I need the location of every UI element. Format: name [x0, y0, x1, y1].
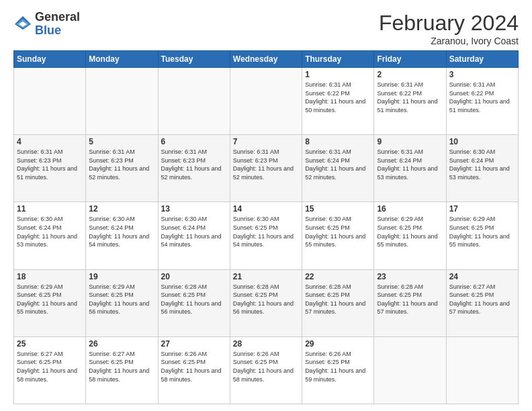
day-info: Sunrise: 6:28 AM Sunset: 6:25 PM Dayligh… — [305, 283, 371, 316]
calendar-cell: 28Sunrise: 6:26 AM Sunset: 6:25 PM Dayli… — [230, 336, 302, 404]
day-number: 23 — [377, 272, 443, 281]
day-info: Sunrise: 6:30 AM Sunset: 6:24 PM Dayligh… — [89, 215, 154, 248]
day-number: 10 — [449, 137, 515, 146]
day-info: Sunrise: 6:28 AM Sunset: 6:25 PM Dayligh… — [233, 283, 299, 316]
calendar-day-header: Saturday — [446, 51, 518, 68]
calendar-cell: 3Sunrise: 6:31 AM Sunset: 6:22 PM Daylig… — [446, 68, 518, 135]
day-info: Sunrise: 6:26 AM Sunset: 6:25 PM Dayligh… — [161, 350, 227, 383]
calendar-cell: 20Sunrise: 6:28 AM Sunset: 6:25 PM Dayli… — [158, 269, 230, 336]
logo: General Blue — [13, 11, 80, 38]
day-info: Sunrise: 6:30 AM Sunset: 6:24 PM Dayligh… — [449, 148, 515, 181]
calendar-cell: 1Sunrise: 6:31 AM Sunset: 6:22 PM Daylig… — [302, 68, 374, 135]
day-number: 21 — [233, 272, 299, 281]
title-block: February 2024 Zaranou, Ivory Coast — [379, 11, 519, 46]
calendar-cell: 26Sunrise: 6:27 AM Sunset: 6:25 PM Dayli… — [86, 336, 158, 404]
day-number: 9 — [377, 137, 443, 146]
day-number: 29 — [305, 339, 371, 349]
day-info: Sunrise: 6:29 AM Sunset: 6:25 PM Dayligh… — [17, 283, 83, 316]
day-info: Sunrise: 6:30 AM Sunset: 6:24 PM Dayligh… — [161, 215, 227, 248]
calendar-day-header: Sunday — [14, 51, 86, 68]
calendar-cell: 13Sunrise: 6:30 AM Sunset: 6:24 PM Dayli… — [158, 202, 230, 269]
day-number: 2 — [377, 70, 443, 79]
day-info: Sunrise: 6:27 AM Sunset: 6:25 PM Dayligh… — [89, 350, 154, 383]
calendar-cell — [374, 336, 446, 404]
logo-icon — [13, 15, 32, 34]
day-info: Sunrise: 6:31 AM Sunset: 6:24 PM Dayligh… — [305, 148, 371, 181]
day-number: 13 — [161, 204, 227, 214]
day-info: Sunrise: 6:31 AM Sunset: 6:23 PM Dayligh… — [89, 148, 154, 181]
calendar-cell: 4Sunrise: 6:31 AM Sunset: 6:23 PM Daylig… — [14, 135, 86, 202]
header: General Blue February 2024 Zaranou, Ivor… — [13, 11, 519, 46]
calendar-cell — [446, 336, 518, 404]
day-info: Sunrise: 6:31 AM Sunset: 6:23 PM Dayligh… — [233, 148, 299, 181]
calendar-cell: 23Sunrise: 6:28 AM Sunset: 6:25 PM Dayli… — [374, 269, 446, 336]
calendar-cell: 12Sunrise: 6:30 AM Sunset: 6:24 PM Dayli… — [86, 202, 158, 269]
calendar-cell: 29Sunrise: 6:26 AM Sunset: 6:25 PM Dayli… — [302, 336, 374, 404]
calendar-cell: 21Sunrise: 6:28 AM Sunset: 6:25 PM Dayli… — [230, 269, 302, 336]
calendar: SundayMondayTuesdayWednesdayThursdayFrid… — [13, 50, 519, 404]
day-info: Sunrise: 6:30 AM Sunset: 6:24 PM Dayligh… — [17, 215, 83, 248]
calendar-cell: 22Sunrise: 6:28 AM Sunset: 6:25 PM Dayli… — [302, 269, 374, 336]
calendar-cell: 9Sunrise: 6:31 AM Sunset: 6:24 PM Daylig… — [374, 135, 446, 202]
day-number: 24 — [449, 272, 515, 281]
day-info: Sunrise: 6:27 AM Sunset: 6:25 PM Dayligh… — [17, 350, 83, 383]
day-info: Sunrise: 6:31 AM Sunset: 6:22 PM Dayligh… — [449, 81, 515, 114]
day-info: Sunrise: 6:26 AM Sunset: 6:25 PM Dayligh… — [305, 350, 371, 383]
calendar-cell: 7Sunrise: 6:31 AM Sunset: 6:23 PM Daylig… — [230, 135, 302, 202]
day-number: 4 — [17, 137, 83, 146]
day-number: 12 — [89, 204, 154, 214]
calendar-cell: 18Sunrise: 6:29 AM Sunset: 6:25 PM Dayli… — [14, 269, 86, 336]
day-info: Sunrise: 6:29 AM Sunset: 6:25 PM Dayligh… — [449, 215, 515, 248]
day-info: Sunrise: 6:26 AM Sunset: 6:25 PM Dayligh… — [233, 350, 299, 383]
day-info: Sunrise: 6:28 AM Sunset: 6:25 PM Dayligh… — [377, 283, 443, 316]
calendar-day-header: Wednesday — [230, 51, 302, 68]
day-number: 26 — [89, 339, 154, 349]
logo-text: General Blue — [35, 11, 80, 38]
calendar-cell: 11Sunrise: 6:30 AM Sunset: 6:24 PM Dayli… — [14, 202, 86, 269]
day-number: 6 — [161, 137, 227, 146]
calendar-cell: 17Sunrise: 6:29 AM Sunset: 6:25 PM Dayli… — [446, 202, 518, 269]
calendar-cell: 27Sunrise: 6:26 AM Sunset: 6:25 PM Dayli… — [158, 336, 230, 404]
calendar-header-row: SundayMondayTuesdayWednesdayThursdayFrid… — [14, 51, 519, 68]
calendar-day-header: Tuesday — [158, 51, 230, 68]
calendar-cell: 15Sunrise: 6:30 AM Sunset: 6:25 PM Dayli… — [302, 202, 374, 269]
day-info: Sunrise: 6:30 AM Sunset: 6:25 PM Dayligh… — [305, 215, 371, 248]
day-info: Sunrise: 6:31 AM Sunset: 6:23 PM Dayligh… — [17, 148, 83, 181]
calendar-cell — [14, 68, 86, 135]
page: General Blue February 2024 Zaranou, Ivor… — [0, 0, 532, 411]
day-number: 25 — [17, 339, 83, 349]
day-number: 16 — [377, 204, 443, 214]
day-info: Sunrise: 6:29 AM Sunset: 6:25 PM Dayligh… — [89, 283, 154, 316]
calendar-week-row: 1Sunrise: 6:31 AM Sunset: 6:22 PM Daylig… — [14, 68, 519, 135]
calendar-week-row: 4Sunrise: 6:31 AM Sunset: 6:23 PM Daylig… — [14, 135, 519, 202]
logo-general: General — [35, 11, 80, 24]
day-info: Sunrise: 6:31 AM Sunset: 6:24 PM Dayligh… — [377, 148, 443, 181]
calendar-cell: 10Sunrise: 6:30 AM Sunset: 6:24 PM Dayli… — [446, 135, 518, 202]
day-number: 8 — [305, 137, 371, 146]
calendar-cell: 8Sunrise: 6:31 AM Sunset: 6:24 PM Daylig… — [302, 135, 374, 202]
day-number: 1 — [305, 70, 371, 79]
calendar-cell — [230, 68, 302, 135]
calendar-cell: 14Sunrise: 6:30 AM Sunset: 6:25 PM Dayli… — [230, 202, 302, 269]
day-info: Sunrise: 6:31 AM Sunset: 6:23 PM Dayligh… — [161, 148, 227, 181]
calendar-cell: 2Sunrise: 6:31 AM Sunset: 6:22 PM Daylig… — [374, 68, 446, 135]
calendar-week-row: 11Sunrise: 6:30 AM Sunset: 6:24 PM Dayli… — [14, 202, 519, 269]
day-number: 14 — [233, 204, 299, 214]
day-number: 15 — [305, 204, 371, 214]
calendar-cell: 25Sunrise: 6:27 AM Sunset: 6:25 PM Dayli… — [14, 336, 86, 404]
month-year: February 2024 — [379, 11, 519, 36]
calendar-cell: 5Sunrise: 6:31 AM Sunset: 6:23 PM Daylig… — [86, 135, 158, 202]
day-info: Sunrise: 6:27 AM Sunset: 6:25 PM Dayligh… — [449, 283, 515, 316]
day-info: Sunrise: 6:31 AM Sunset: 6:22 PM Dayligh… — [377, 81, 443, 114]
calendar-cell: 19Sunrise: 6:29 AM Sunset: 6:25 PM Dayli… — [86, 269, 158, 336]
day-info: Sunrise: 6:29 AM Sunset: 6:25 PM Dayligh… — [377, 215, 443, 248]
day-info: Sunrise: 6:30 AM Sunset: 6:25 PM Dayligh… — [233, 215, 299, 248]
calendar-day-header: Friday — [374, 51, 446, 68]
day-number: 19 — [89, 272, 154, 281]
day-number: 18 — [17, 272, 83, 281]
calendar-cell — [86, 68, 158, 135]
location: Zaranou, Ivory Coast — [379, 36, 519, 46]
logo-blue: Blue — [35, 24, 80, 38]
day-info: Sunrise: 6:31 AM Sunset: 6:22 PM Dayligh… — [305, 81, 371, 114]
day-number: 5 — [89, 137, 154, 146]
